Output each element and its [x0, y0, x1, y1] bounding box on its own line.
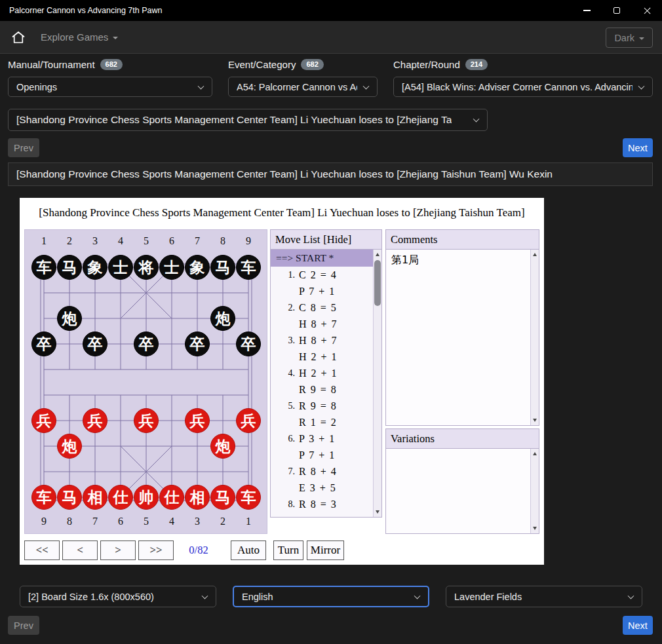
- black-piece[interactable]: 象: [185, 255, 210, 280]
- black-piece[interactable]: 象: [83, 255, 107, 280]
- move-row[interactable]: R 9 = 8: [271, 381, 373, 398]
- black-piece[interactable]: 马: [210, 255, 235, 280]
- chevron-down-icon: [363, 83, 370, 89]
- board[interactable]: 123456789 987654321 车马象士将士象马车炮炮卒卒卒卒卒兵兵兵兵…: [24, 229, 267, 534]
- black-piece[interactable]: 车: [31, 255, 56, 280]
- red-piece[interactable]: 马: [210, 485, 235, 510]
- step-back-button[interactable]: <: [62, 540, 98, 560]
- move-text: H 8 + 7: [299, 335, 338, 347]
- scroll-up-icon[interactable]: [531, 250, 539, 259]
- red-piece[interactable]: 兵: [236, 408, 261, 433]
- manual-label: Manual/Tournament: [8, 59, 95, 70]
- move-row[interactable]: H 8 + 7: [271, 316, 373, 332]
- move-list-hide-link[interactable]: [Hide]: [323, 233, 351, 246]
- explore-games-menu[interactable]: Explore Games: [41, 31, 118, 43]
- manual-select[interactable]: Openings: [8, 77, 212, 97]
- black-piece[interactable]: 卒: [134, 331, 159, 356]
- move-list-start-row[interactable]: ==> START *: [271, 250, 373, 267]
- black-piece[interactable]: 士: [108, 255, 133, 280]
- comments-scrollbar[interactable]: [530, 250, 539, 425]
- scroll-down-icon[interactable]: [531, 524, 539, 533]
- black-piece[interactable]: 将: [134, 255, 159, 280]
- red-piece[interactable]: 兵: [83, 408, 107, 433]
- move-row[interactable]: E 3 + 5: [271, 480, 373, 496]
- board-size-select[interactable]: [2] Board Size 1.6x (800x560): [20, 586, 216, 607]
- move-list-header: Move List [Hide]: [271, 230, 381, 250]
- red-piece[interactable]: 兵: [134, 408, 159, 433]
- move-row[interactable]: 7.R 8 + 4: [271, 463, 373, 480]
- move-counter: 0/82: [174, 540, 224, 560]
- event-select[interactable]: A54: Palcorner Cannon vs Ad: [228, 77, 378, 97]
- maximize-button[interactable]: [602, 0, 632, 21]
- red-piece[interactable]: 车: [31, 485, 56, 510]
- black-piece[interactable]: 炮: [210, 306, 235, 331]
- black-piece[interactable]: 卒: [31, 331, 56, 356]
- black-piece[interactable]: 卒: [185, 331, 210, 356]
- red-piece[interactable]: 相: [83, 485, 107, 510]
- black-piece[interactable]: 车: [236, 255, 261, 280]
- red-piece[interactable]: 车: [236, 485, 261, 510]
- red-piece[interactable]: 仕: [159, 485, 184, 510]
- home-button[interactable]: [10, 29, 26, 45]
- move-row[interactable]: 2.C 8 = 5: [271, 299, 373, 316]
- black-piece[interactable]: 士: [159, 255, 184, 280]
- black-piece[interactable]: 炮: [57, 306, 82, 331]
- language-select[interactable]: English: [233, 586, 429, 607]
- next-game-button-top[interactable]: Next: [623, 138, 653, 157]
- red-piece[interactable]: 仕: [108, 485, 133, 510]
- move-number: 8.: [271, 499, 295, 510]
- close-button[interactable]: [632, 0, 662, 21]
- prev-game-button-bottom[interactable]: Prev: [8, 616, 39, 635]
- scroll-down-icon[interactable]: [374, 508, 381, 516]
- goto-start-button[interactable]: <<: [24, 540, 60, 560]
- move-row[interactable]: P 7 + 1: [271, 283, 373, 299]
- black-piece[interactable]: 卒: [83, 331, 107, 356]
- game-select[interactable]: [Shandong Province Chess Sports Manageme…: [8, 109, 488, 131]
- move-number: 2.: [271, 303, 295, 313]
- game-viewer: [Shandong Province Chess Sports Manageme…: [20, 198, 544, 565]
- comments-title: Comments: [391, 233, 438, 246]
- scroll-up-icon[interactable]: [374, 250, 381, 259]
- move-row[interactable]: 1.C 2 = 4: [271, 267, 373, 283]
- red-piece[interactable]: 兵: [31, 408, 56, 433]
- red-piece[interactable]: 帅: [134, 485, 159, 510]
- chapter-select[interactable]: [A54] Black Wins: Adviser Corner Cannon …: [393, 77, 653, 97]
- scroll-down-icon[interactable]: [531, 416, 539, 425]
- red-piece[interactable]: 炮: [210, 434, 235, 459]
- variations-scrollbar[interactable]: [530, 449, 539, 533]
- theme-dropdown-button[interactable]: Dark: [606, 28, 653, 48]
- mirror-board-button[interactable]: Mirror: [307, 540, 344, 560]
- step-forward-button[interactable]: >: [100, 540, 136, 560]
- event-label: Event/Category: [228, 59, 296, 70]
- black-piece[interactable]: 马: [57, 255, 82, 280]
- black-piece[interactable]: 卒: [236, 331, 261, 356]
- move-text: E 3 + 5: [299, 482, 336, 494]
- red-piece[interactable]: 炮: [57, 434, 82, 459]
- next-game-button-bottom[interactable]: Next: [623, 616, 653, 635]
- move-row[interactable]: 3.H 8 + 7: [271, 332, 373, 349]
- variations-body: [386, 449, 530, 533]
- move-row[interactable]: H 2 + 1: [271, 349, 373, 365]
- move-row[interactable]: 4.H 2 + 1: [271, 365, 373, 381]
- caret-down-icon: [113, 37, 118, 39]
- move-text: R 8 = 3: [299, 499, 337, 510]
- scroll-up-icon[interactable]: [531, 449, 539, 458]
- move-list-scrollbar[interactable]: [373, 250, 381, 517]
- caret-down-icon: [639, 37, 644, 40]
- scroll-thumb[interactable]: [374, 260, 381, 306]
- move-row[interactable]: 8.R 8 = 3: [271, 496, 373, 512]
- red-piece[interactable]: 马: [57, 485, 82, 510]
- turn-board-button[interactable]: Turn: [273, 540, 303, 560]
- move-row[interactable]: R 1 = 2: [271, 414, 373, 430]
- goto-end-button[interactable]: >>: [138, 540, 174, 560]
- board-theme-select[interactable]: Lavender Fields: [446, 586, 642, 607]
- auto-play-button[interactable]: Auto: [231, 540, 266, 560]
- red-piece[interactable]: 相: [185, 485, 210, 510]
- move-row[interactable]: 5.R 9 = 8: [271, 398, 373, 414]
- minimize-button[interactable]: [572, 0, 602, 21]
- prev-game-button-top[interactable]: Prev: [8, 138, 39, 157]
- move-row[interactable]: P 7 + 1: [271, 447, 373, 463]
- red-piece[interactable]: 兵: [185, 408, 210, 433]
- move-number: 5.: [271, 401, 295, 411]
- move-row[interactable]: 6.P 3 + 1: [271, 430, 373, 447]
